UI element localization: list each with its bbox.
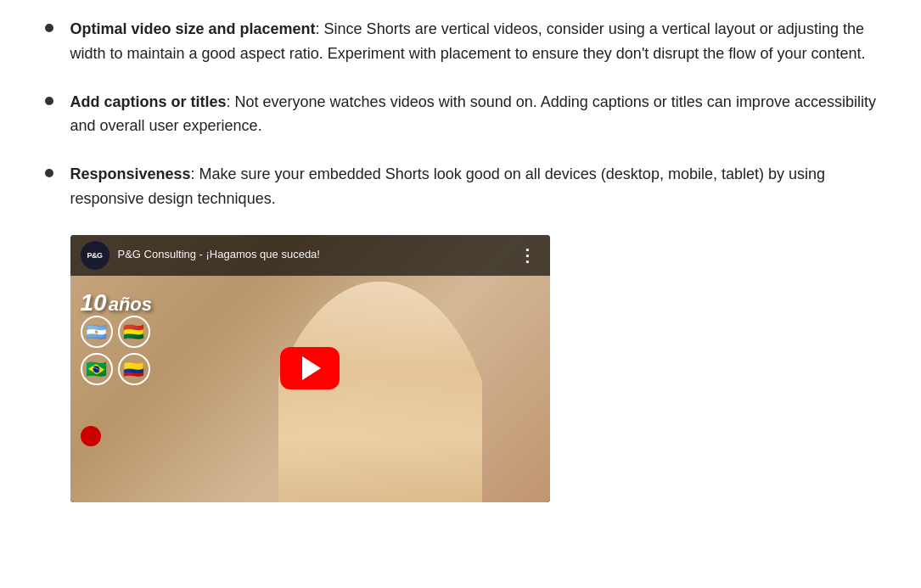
- list-item-1: Optimal video size and placement: Since …: [45, 17, 877, 66]
- more-options-button[interactable]: ⋮: [515, 247, 540, 264]
- video-title: P&G Consulting - ¡Hagamos que suceda!: [118, 246, 515, 264]
- flag-argentina: 🇦🇷: [81, 316, 113, 348]
- bullet-list: Optimal video size and placement: Since …: [45, 17, 877, 211]
- play-button[interactable]: [280, 347, 340, 389]
- flags-container: 🇦🇷 🇧🇴 🇧🇷 🇨🇴: [81, 316, 152, 387]
- channel-avatar: P&G: [81, 241, 110, 270]
- video-topbar: P&G P&G Consulting - ¡Hagamos que suceda…: [70, 235, 550, 276]
- bullet-dot: [45, 24, 53, 32]
- bullet-dot: [45, 97, 53, 105]
- bullet-bold-3: Responsiveness: [70, 165, 191, 182]
- small-icon: [81, 426, 101, 446]
- bullet-bold-1: Optimal video size and placement: [70, 20, 316, 37]
- video-thumbnail: P&G P&G Consulting - ¡Hagamos que suceda…: [70, 235, 550, 502]
- overlay-word: años: [109, 294, 152, 315]
- bullet-bold-2: Add captions or titles: [70, 93, 227, 110]
- play-triangle-icon: [302, 356, 321, 380]
- flag-bolivia: 🇧🇴: [118, 316, 150, 348]
- video-embed[interactable]: P&G P&G Consulting - ¡Hagamos que suceda…: [70, 235, 550, 502]
- bullet-text-3: Responsiveness: Make sure your embedded …: [70, 162, 877, 211]
- bullet-text-2: Add captions or titles: Not everyone wat…: [70, 90, 877, 139]
- overlay-number: 10: [81, 289, 107, 316]
- flag-brazil: 🇧🇷: [81, 353, 113, 385]
- list-item-2: Add captions or titles: Not everyone wat…: [45, 90, 877, 139]
- bullet-text-1: Optimal video size and placement: Since …: [70, 17, 877, 66]
- person-silhouette: [278, 282, 482, 502]
- bullet-dot: [45, 169, 53, 177]
- flag-colombia: 🇨🇴: [118, 353, 150, 385]
- avatar-label: P&G: [87, 249, 102, 261]
- list-item-3: Responsiveness: Make sure your embedded …: [45, 162, 877, 211]
- content-area: Optimal video size and placement: Since …: [45, 17, 877, 502]
